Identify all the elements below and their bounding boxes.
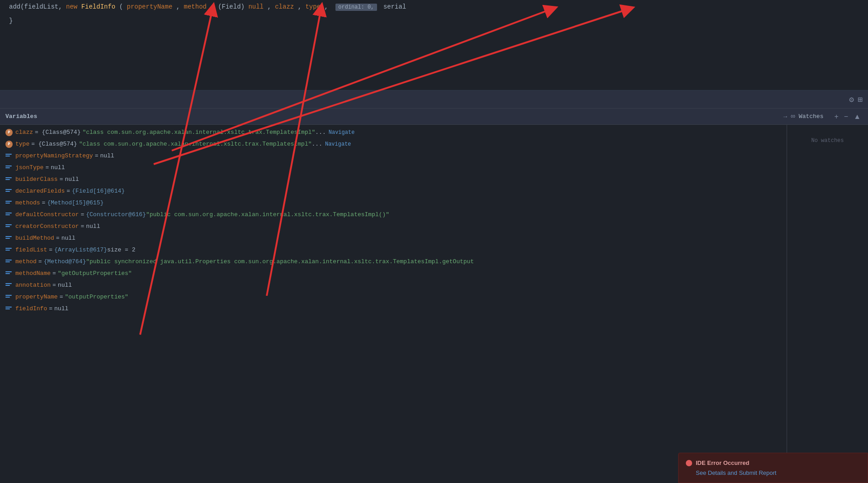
code-method: method (184, 3, 207, 10)
layout-icon[interactable]: ⊞ (858, 95, 863, 104)
var-methodName: methodName = "getOutputProperties" (0, 268, 787, 279)
var-fieldList: fieldList = {ArrayList@617} size = 2 (0, 244, 787, 256)
var-methods: methods = {Method[15]@615} (0, 197, 787, 209)
var-type: P type = {Class@574} "class com.sun.org.… (0, 138, 787, 150)
code-params: ( (119, 3, 123, 10)
navigate-clazz[interactable]: Navigate (329, 128, 355, 137)
var-propertyNamingStrategy: propertyNamingStrategy = null (0, 150, 787, 162)
up-watch-button[interactable]: ▲ (852, 112, 863, 122)
var-jsonType: jsonType = null (0, 162, 787, 174)
var-icon-p: P (5, 129, 13, 136)
code-new-keyword: new (66, 3, 81, 10)
code-serial: serial (383, 3, 406, 10)
code-clazz: clazz (275, 3, 294, 10)
navigate-type[interactable]: Navigate (325, 140, 351, 149)
watches-label: Watches (799, 113, 824, 120)
remove-watch-button[interactable]: − (842, 112, 850, 122)
code-fieldinfo: FieldInfo (81, 3, 116, 10)
var-buildMethod: buildMethod = null (0, 232, 787, 244)
error-dot-icon (686, 460, 692, 466)
toolbar-strip: ⚙ ⊞ (0, 90, 868, 109)
var-icon-p2: P (5, 141, 13, 148)
code-area: add(fieldList, new FieldInfo ( propertyN… (0, 0, 868, 90)
watches-controls: + − ▲ (832, 112, 863, 122)
watches-arrow-icon: → (783, 113, 787, 120)
lines-icon-m (5, 201, 12, 206)
code-type: type (305, 3, 321, 10)
infinity-icon: ∞ (791, 113, 795, 121)
var-name-clazz: clazz (15, 128, 33, 137)
code-comma3: , (267, 3, 275, 10)
error-title: IDE Error Occurred (696, 459, 750, 466)
var-fieldInfo: fieldInfo = null (0, 303, 787, 315)
var-declaredFields: declaredFields = {Field[16]@614} (0, 185, 787, 197)
code-comma5: , (324, 3, 328, 10)
var-name-type: type (15, 140, 29, 149)
variables-list: P clazz = {Class@574} "class com.sun.org… (0, 125, 787, 483)
error-notification: IDE Error Occurred See Details and Submi… (678, 453, 868, 483)
add-watch-button[interactable]: + (832, 112, 840, 122)
main-content: P clazz = {Class@574} "class com.sun.org… (0, 125, 868, 483)
var-annotation: annotation = null (0, 279, 787, 291)
var-defaultConstructor: defaultConstructor = {Constructor@616} "… (0, 209, 787, 221)
lines-icon-jt (5, 166, 12, 171)
var-value-type: "class com.sun.org.apache.xalan.internal… (79, 140, 312, 149)
variables-title: Variables (5, 113, 37, 120)
code-comma4: , (298, 3, 306, 10)
lines-icon-cc (5, 224, 12, 230)
lines-icon-df (5, 189, 12, 194)
lines-icon-fi (5, 307, 12, 312)
lines-icon-pns (5, 154, 12, 159)
code-add: add(fieldList, (9, 3, 66, 10)
variables-header: Variables → ∞ Watches + − ▲ (0, 109, 868, 125)
code-brace: } (9, 17, 13, 24)
error-header: IDE Error Occurred (686, 459, 860, 466)
watches-area: → ∞ Watches + − ▲ (783, 112, 863, 122)
see-details-link[interactable]: See Details and Submit Report (696, 469, 776, 476)
gear-icon[interactable]: ⚙ (849, 95, 854, 104)
var-clazz: P clazz = {Class@574} "class com.sun.org… (0, 127, 787, 138)
code-prop-name: propertyName (127, 3, 172, 10)
lines-icon-bc (5, 177, 12, 183)
var-creatorConstructor: creatorConstructor = null (0, 221, 787, 232)
watches-panel: No watches (787, 125, 868, 483)
code-line-2: } (9, 14, 859, 28)
var-propertyName: propertyName = "outputProperties" (0, 291, 787, 303)
lines-icon-fl (5, 248, 12, 253)
lines-icon-met (5, 260, 12, 265)
code-line-1: add(fieldList, new FieldInfo ( propertyN… (9, 0, 859, 14)
var-method: method = {Method@764} "public synchroniz… (0, 256, 787, 268)
var-builderClass: builderClass = null (0, 174, 787, 185)
lines-icon-dc (5, 213, 12, 218)
code-comma1: , (176, 3, 184, 10)
lines-icon-pn (5, 295, 12, 300)
lines-icon-mn (5, 271, 12, 277)
code-ordinal-tag: ordinal: 0, (335, 4, 377, 11)
lines-icon-bm (5, 236, 12, 242)
no-watches-label: No watches (791, 137, 864, 144)
code-comma2: , (Field) (210, 3, 245, 10)
code-null: null (248, 3, 264, 10)
lines-icon-ann (5, 283, 12, 289)
var-value-clazz: "class com.sun.org.apache.xalan.internal… (82, 128, 315, 137)
